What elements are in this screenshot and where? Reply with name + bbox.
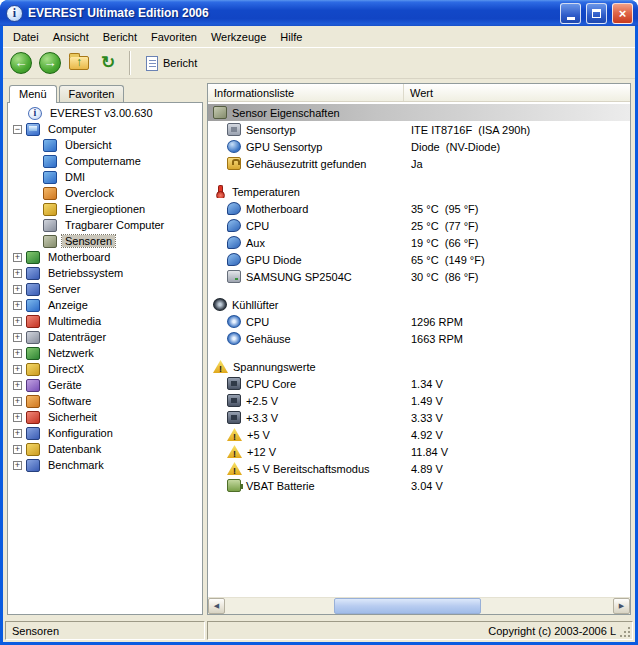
tree-item-konfiguration[interactable]: +Konfiguration (8, 425, 202, 441)
tree-item-server[interactable]: +Server (8, 281, 202, 297)
menu-item-datei[interactable]: Datei (6, 28, 46, 46)
tree-item-multimedia[interactable]: +Multimedia (8, 313, 202, 329)
forward-button[interactable]: → (37, 50, 63, 76)
expand-box-icon[interactable]: + (13, 397, 22, 406)
tree-item-netzwerk[interactable]: +Netzwerk (8, 345, 202, 361)
expand-box-icon[interactable]: + (13, 317, 22, 326)
app-info-icon (6, 5, 23, 22)
list-item-label: Temperaturen (232, 186, 300, 198)
list-row-3-3-v[interactable]: +3.3 V3.33 V (208, 409, 630, 426)
list-row-cpu[interactable]: CPU25 °C (77 °F) (208, 217, 630, 234)
list-row-k-hll-fter[interactable]: Kühllüfter (208, 296, 630, 313)
tree-item-overclock[interactable]: Overclock (8, 185, 202, 201)
list-row-motherboard[interactable]: Motherboard35 °C (95 °F) (208, 200, 630, 217)
list-row-5-v[interactable]: +5 V4.92 V (208, 426, 630, 443)
tree-item-tragbarer-computer[interactable]: Tragbarer Computer (8, 217, 202, 233)
list-row-gpu-diode[interactable]: GPU Diode65 °C (149 °F) (208, 251, 630, 268)
tree-item-bersicht[interactable]: Übersicht (8, 137, 202, 153)
scroll-thumb[interactable] (334, 598, 481, 614)
report-button[interactable]: Bericht (139, 53, 204, 74)
tree-item-datenbank[interactable]: +Datenbank (8, 441, 202, 457)
list-row-12-v[interactable]: +12 V11.84 V (208, 443, 630, 460)
expand-box-icon[interactable]: + (13, 301, 22, 310)
tree-item-directx[interactable]: +DirectX (8, 361, 202, 377)
tree-item-motherboard[interactable]: +Motherboard (8, 249, 202, 265)
minimize-icon (567, 17, 575, 20)
scroll-left-button[interactable]: ◀ (208, 598, 225, 614)
resize-grip-icon[interactable] (619, 626, 632, 639)
list-row-cpu-core[interactable]: CPU Core1.34 V (208, 375, 630, 392)
list-cell-label: Aux (208, 236, 404, 249)
tree-item-label: Konfiguration (45, 427, 116, 439)
list-row-2-5-v[interactable]: +2.5 V1.49 V (208, 392, 630, 409)
menu-item-bericht[interactable]: Bericht (96, 28, 144, 46)
list-cell-label: Sensortyp (208, 123, 404, 136)
list-row-vbat-batterie[interactable]: VBAT Batterie3.04 V (208, 477, 630, 494)
list-row-aux[interactable]: Aux19 °C (66 °F) (208, 234, 630, 251)
overview-icon (43, 139, 57, 152)
tree-item-energieoptionen[interactable]: Energieoptionen (8, 201, 202, 217)
tree-item-datentr-ger[interactable]: +Datenträger (8, 329, 202, 345)
menu-item-werkzeuge[interactable]: Werkzeuge (204, 28, 273, 46)
back-button[interactable]: ← (8, 50, 34, 76)
tree-item-sensoren[interactable]: Sensoren (8, 233, 202, 249)
expand-box-icon[interactable]: + (13, 285, 22, 294)
multimedia-icon (26, 315, 40, 328)
list-item-label: Spannungswerte (233, 361, 316, 373)
list-row-5-v-bereitschaftsmodus[interactable]: +5 V Bereitschaftsmodus4.89 V (208, 460, 630, 477)
expand-box-icon[interactable]: + (13, 253, 22, 262)
tree-item-dmi[interactable]: DMI (8, 169, 202, 185)
column-header-informationsliste[interactable]: Informationsliste (208, 84, 404, 101)
list-row-geh-usezutritt-gefunden[interactable]: Gehäusezutritt gefundenJa (208, 155, 630, 172)
expand-box-icon[interactable]: + (13, 365, 22, 374)
list-row-spannungswerte[interactable]: Spannungswerte (208, 358, 630, 375)
tree-item-betriebssystem[interactable]: +Betriebssystem (8, 265, 202, 281)
expand-box-icon[interactable]: + (13, 413, 22, 422)
expand-box-icon[interactable]: + (13, 269, 22, 278)
tree-item-label: Datenträger (45, 331, 109, 343)
list-body: Sensor EigenschaftenSensortypITE IT8716F… (208, 102, 630, 597)
expand-box-icon[interactable]: + (13, 349, 22, 358)
expand-box-icon[interactable]: + (13, 381, 22, 390)
menu-item-favoriten[interactable]: Favoriten (144, 28, 204, 46)
tree-item-everest-v3-00-630[interactable]: EVEREST v3.00.630 (8, 105, 202, 121)
scroll-track[interactable] (225, 598, 613, 614)
title-bar[interactable]: EVEREST Ultimate Edition 2006 × (0, 0, 638, 26)
menu-item-hilfe[interactable]: Hilfe (273, 28, 309, 46)
maximize-button[interactable] (586, 3, 607, 24)
list-row-sensortyp[interactable]: SensortypITE IT8716F (ISA 290h) (208, 121, 630, 138)
list-row-samsung-sp2504c[interactable]: SAMSUNG SP2504C30 °C (86 °F) (208, 268, 630, 285)
column-header-wert[interactable]: Wert (404, 84, 630, 101)
scroll-right-button[interactable]: ▶ (613, 598, 630, 614)
expand-box-icon[interactable]: + (13, 429, 22, 438)
expand-box-icon[interactable]: + (13, 445, 22, 454)
up-folder-button[interactable] (66, 50, 92, 76)
tab-menu[interactable]: Menü (9, 85, 57, 103)
close-button[interactable]: × (612, 3, 633, 24)
list-row-temperaturen[interactable]: Temperaturen (208, 183, 630, 200)
expand-box-icon[interactable]: + (13, 461, 22, 470)
tree-item-anzeige[interactable]: +Anzeige (8, 297, 202, 313)
tree-item-sicherheit[interactable]: +Sicherheit (8, 409, 202, 425)
minimize-button[interactable] (560, 3, 581, 24)
tree-item-computername[interactable]: Computername (8, 153, 202, 169)
tree-item-benchmark[interactable]: +Benchmark (8, 457, 202, 473)
tree-item-software[interactable]: +Software (8, 393, 202, 409)
list-row-geh-use[interactable]: Gehäuse1663 RPM (208, 330, 630, 347)
tree-item-computer[interactable]: −Computer (8, 121, 202, 137)
tsensor-icon (227, 236, 241, 249)
menu-item-ansicht[interactable]: Ansicht (46, 28, 96, 46)
list-cell-value: Diode (NV-Diode) (404, 141, 630, 153)
list-row-cpu[interactable]: CPU1296 RPM (208, 313, 630, 330)
tree-item-ger-te[interactable]: +Geräte (8, 377, 202, 393)
list-cell-value: 1.49 V (404, 395, 630, 407)
list-cell-value: Ja (404, 158, 630, 170)
list-row-gpu-sensortyp[interactable]: GPU SensortypDiode (NV-Diode) (208, 138, 630, 155)
refresh-button[interactable]: ↻ (95, 50, 121, 76)
list-row-sensor-eigenschaften[interactable]: Sensor Eigenschaften (208, 104, 630, 121)
expand-box-icon[interactable]: + (13, 333, 22, 342)
tab-favoriten[interactable]: Favoriten (59, 85, 125, 102)
h-scrollbar[interactable]: ◀ ▶ (208, 597, 630, 614)
collapse-box-icon[interactable]: − (13, 125, 22, 134)
report-document-icon (146, 56, 158, 71)
